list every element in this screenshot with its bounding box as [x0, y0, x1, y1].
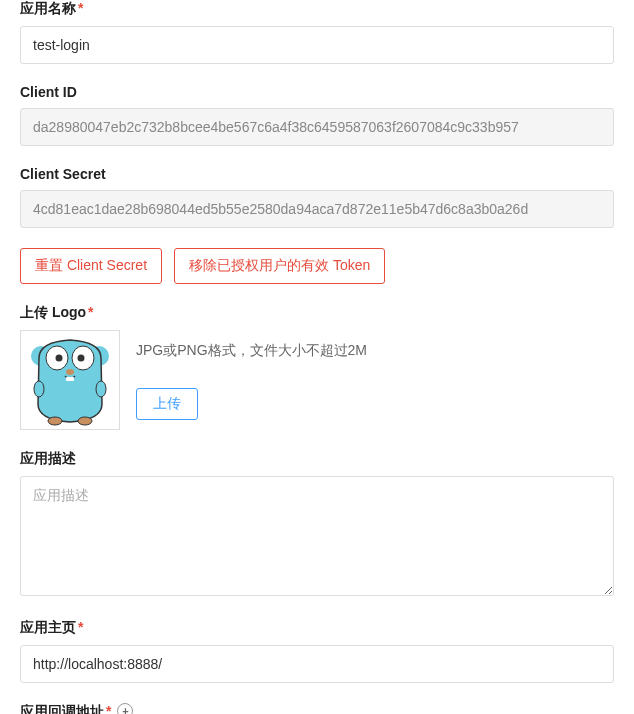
callback-url-label: 应用回调地址*+	[20, 703, 614, 714]
svg-point-4	[56, 355, 63, 362]
app-name-label: 应用名称*	[20, 0, 614, 18]
gopher-icon	[25, 334, 115, 426]
plus-icon[interactable]: +	[117, 703, 133, 714]
remove-tokens-button[interactable]: 移除已授权用户的有效 Token	[174, 248, 385, 284]
required-indicator: *	[78, 0, 83, 16]
logo-preview	[20, 330, 120, 430]
app-description-label: 应用描述	[20, 450, 614, 468]
required-indicator: *	[88, 304, 93, 320]
app-description-textarea[interactable]	[20, 476, 614, 596]
client-id-label: Client ID	[20, 84, 614, 100]
svg-point-10	[48, 417, 62, 425]
svg-point-6	[66, 369, 74, 375]
svg-point-5	[78, 355, 85, 362]
app-homepage-input[interactable]	[20, 645, 614, 683]
required-indicator: *	[106, 703, 111, 714]
app-homepage-label: 应用主页*	[20, 619, 614, 637]
svg-point-11	[78, 417, 92, 425]
svg-point-9	[96, 381, 106, 397]
svg-rect-7	[66, 377, 74, 381]
required-indicator: *	[78, 619, 83, 635]
logo-hint-text: JPG或PNG格式，文件大小不超过2M	[136, 342, 367, 360]
reset-client-secret-button[interactable]: 重置 Client Secret	[20, 248, 162, 284]
svg-point-8	[34, 381, 44, 397]
upload-logo-label: 上传 Logo*	[20, 304, 614, 322]
upload-button[interactable]: 上传	[136, 388, 198, 420]
app-name-input[interactable]	[20, 26, 614, 64]
client-secret-input	[20, 190, 614, 228]
client-secret-label: Client Secret	[20, 166, 614, 182]
client-id-input	[20, 108, 614, 146]
